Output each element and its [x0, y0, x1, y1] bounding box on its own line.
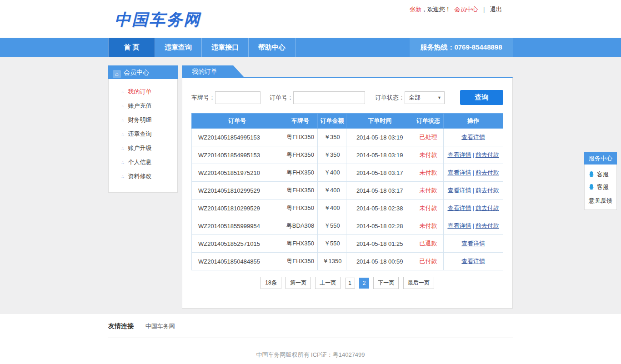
welcome-text: ，欢迎您！: [421, 6, 451, 13]
prev-page-button[interactable]: 上一页: [315, 277, 341, 289]
action-separator: |: [472, 169, 474, 176]
site-logo[interactable]: 中国车务网: [115, 9, 201, 30]
col-header-order-no: 订单号: [192, 114, 283, 129]
status-cell: 未付款: [413, 164, 444, 182]
bullet-icon: ∴: [121, 118, 124, 123]
actions-cell: 查看详情|前去付款: [444, 164, 503, 182]
time-cell: 2014-05-18 01:25: [346, 235, 413, 253]
actions-cell: 查看详情|前去付款: [444, 217, 503, 235]
status-cell: 已退款: [413, 235, 444, 253]
friend-links-row: 友情连接 中国车务网: [108, 314, 513, 338]
pay-link[interactable]: 前去付款: [476, 187, 499, 194]
pay-link[interactable]: 前去付款: [476, 169, 499, 176]
friend-link[interactable]: 中国车务网: [145, 323, 175, 329]
amount-cell: ￥400: [318, 164, 346, 182]
sidebar-item-account-upgrade[interactable]: ∴账户升级: [109, 141, 177, 155]
plate-cell: 粤FHX350: [283, 199, 318, 217]
bullet-icon: ∴: [121, 174, 124, 179]
col-header-amount: 订单金额: [318, 114, 346, 129]
next-page-button[interactable]: 下一页: [373, 277, 399, 289]
sidebar-item-profile-edit[interactable]: ∴资料修改: [109, 169, 177, 183]
status-cell: 已处理: [413, 129, 444, 146]
order-no-cell: WZ2014051810299529: [192, 182, 283, 199]
member-center-link[interactable]: 会员中心: [454, 6, 478, 13]
qq-icon: [588, 171, 595, 178]
sidebar-item-label: 个人信息: [128, 159, 151, 165]
time-cell: 2014-05-18 02:38: [346, 199, 413, 217]
plate-input[interactable]: [215, 91, 260, 104]
view-detail-link[interactable]: 查看详情: [447, 169, 471, 176]
view-detail-link[interactable]: 查看详情: [461, 258, 485, 264]
view-detail-link[interactable]: 查看详情: [447, 187, 471, 194]
nav-tab-violation-query[interactable]: 违章查询: [155, 38, 202, 57]
view-detail-link[interactable]: 查看详情: [447, 222, 471, 229]
content-area: ⌂会员中心 ∴我的订单 ∴账户充值 ∴财务明细 ∴违章查询 ∴账户升级: [0, 57, 621, 314]
pay-link[interactable]: 前去付款: [476, 222, 499, 229]
sidebar-item-personal-info[interactable]: ∴个人信息: [109, 155, 177, 169]
nav-tab-home[interactable]: 首 页: [108, 38, 155, 57]
service-hotline: 服务热线：0769-85448898: [410, 38, 513, 57]
page-footer: 友情连接 中国车务网 中国车务网版权所有 ICP证：粤14027499: [0, 314, 621, 364]
sidebar-item-label: 账户充值: [128, 102, 151, 109]
sidebar-header: ⌂会员中心: [108, 65, 178, 79]
orders-panel: 我的订单 车牌号： 订单号： 订单状态： 全部 ▼ 查询: [182, 65, 513, 309]
pay-link[interactable]: 前去付款: [476, 204, 499, 211]
order-no-cell: WZ2014051810299529: [192, 199, 283, 217]
nav-tab-violation-api[interactable]: 违章接口: [202, 38, 249, 57]
action-separator: |: [472, 151, 474, 158]
time-cell: 2014-05-18 02:28: [346, 217, 413, 235]
order-search-form: 车牌号： 订单号： 订单状态： 全部 ▼ 查询: [191, 87, 503, 113]
plate-label: 车牌号：: [191, 94, 215, 102]
tab-my-orders[interactable]: 我的订单: [182, 65, 244, 77]
actions-cell: 查看详情|前去付款: [444, 182, 503, 199]
time-cell: 2014-05-18 03:19: [346, 146, 413, 164]
last-page-button[interactable]: 最后一页: [403, 277, 434, 289]
time-cell: 2014-05-18 03:17: [346, 164, 413, 182]
sidebar-item-label: 违章查询: [128, 130, 151, 137]
orders-table: 订单号 车牌号 订单金额 下单时间 订单状态 操作 WZ201405185499…: [191, 113, 503, 270]
bullet-icon: ∴: [121, 132, 124, 137]
action-separator: |: [472, 222, 474, 229]
page-1-button[interactable]: 1: [345, 278, 355, 289]
bullet-icon: ∴: [121, 160, 124, 165]
col-header-time: 下单时间: [346, 114, 413, 129]
view-detail-link[interactable]: 查看详情: [447, 151, 471, 158]
main-nav: 首 页 违章查询 违章接口 帮助中心: [108, 38, 295, 57]
pay-link[interactable]: 前去付款: [476, 151, 499, 158]
sidebar-item-my-orders[interactable]: ∴我的订单: [109, 85, 177, 99]
sidebar-item-violation-query[interactable]: ∴违章查询: [109, 127, 177, 141]
view-detail-link[interactable]: 查看详情: [447, 204, 471, 211]
sidebar-item-account-recharge[interactable]: ∴账户充值: [109, 99, 177, 113]
nav-tab-help-center[interactable]: 帮助中心: [249, 38, 295, 57]
customer-service-link[interactable]: 客服: [586, 181, 615, 194]
order-no-input[interactable]: [293, 91, 365, 104]
status-cell: 未付款: [413, 217, 444, 235]
order-no-label: 订单号：: [270, 94, 293, 102]
sidebar-item-finance-detail[interactable]: ∴财务明细: [109, 113, 177, 127]
time-cell: 2014-05-18 03:17: [346, 182, 413, 199]
order-no-cell: WZ2014051850484855: [192, 253, 283, 270]
view-detail-link[interactable]: 查看详情: [461, 240, 485, 247]
sidebar-item-label: 资料修改: [128, 173, 151, 180]
customer-service-link[interactable]: 客服: [586, 168, 615, 181]
search-button[interactable]: 查询: [460, 90, 503, 105]
customer-service-label: 客服: [597, 170, 609, 179]
link-divider: |: [483, 6, 485, 13]
plate-cell: 粤FHX350: [283, 253, 318, 270]
member-sidebar: ⌂会员中心 ∴我的订单 ∴账户充值 ∴财务明细 ∴违章查询 ∴账户升级: [108, 65, 178, 193]
amount-cell: ￥400: [318, 199, 346, 217]
order-no-cell: WZ2014051854995153: [192, 146, 283, 164]
table-row: WZ2014051854995153 粤FHX350 ￥350 2014-05-…: [192, 129, 503, 146]
view-detail-link[interactable]: 查看详情: [461, 134, 485, 140]
order-no-cell: WZ2014051852571015: [192, 235, 283, 253]
pagination: 18条 第一页 上一页 1 2 下一页 最后一页: [191, 277, 503, 289]
actions-cell: 查看详情: [444, 129, 503, 146]
order-status-select[interactable]: 全部 ▼: [405, 91, 445, 104]
logout-link[interactable]: 退出: [490, 6, 502, 13]
col-header-plate: 车牌号: [283, 114, 318, 129]
first-page-button[interactable]: 第一页: [285, 277, 311, 289]
order-status-label: 订单状态：: [375, 94, 405, 102]
feedback-link[interactable]: 意见反馈: [586, 194, 615, 207]
copyright-text: 中国车务网版权所有 ICP证：粤14027499: [0, 338, 621, 364]
page-2-button[interactable]: 2: [359, 278, 369, 289]
